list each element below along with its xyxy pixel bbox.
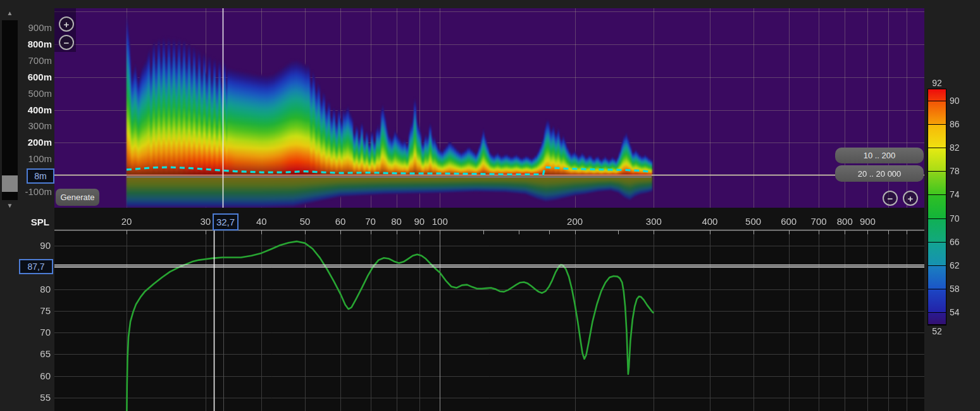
- spl-axis-title: SPL: [13, 217, 49, 227]
- colorbar-segment: [928, 148, 946, 172]
- colorbar-tick-label: 54: [950, 307, 960, 318]
- spl-axis-label: 65: [15, 348, 51, 360]
- colorbar-segment: [928, 195, 946, 218]
- hzoom-out-button[interactable]: −: [883, 191, 898, 206]
- colorbar-tick-label: 82: [950, 142, 960, 153]
- zoom-out-button[interactable]: −: [59, 35, 74, 50]
- colorbar-tick-label: 78: [950, 165, 960, 177]
- colorbar-segment: [928, 125, 946, 148]
- frequency-axis-label: 300: [635, 215, 673, 228]
- plots-canvas[interactable]: [0, 0, 980, 411]
- spl-axis-label: 55: [15, 391, 51, 404]
- zoom-in-button[interactable]: +: [59, 16, 74, 32]
- frequency-axis-label: 200: [556, 215, 594, 228]
- scrollbar-thumb[interactable]: [2, 175, 18, 192]
- spl-axis-label: 75: [15, 305, 51, 317]
- spectrogram-analyzer-window: ▲ ▼ 900m800m700m600m500m400m300m200m100m…: [0, 0, 980, 411]
- scroll-up-icon[interactable]: ▲: [1, 9, 18, 18]
- frequency-axis-label: 20: [108, 215, 146, 228]
- frequency-axis-label: 100: [421, 215, 459, 228]
- spl-axis-label: 80: [15, 283, 51, 296]
- generate-button[interactable]: Generate: [56, 189, 99, 206]
- colorbar-segment: [928, 101, 946, 125]
- colorbar-tick-label: 74: [950, 189, 960, 200]
- time-range-button[interactable]: 10 .. 200: [835, 148, 924, 163]
- frequency-axis-label: 50: [286, 215, 324, 228]
- minus-icon: −: [888, 194, 893, 203]
- frequency-axis-label: 900: [848, 215, 886, 228]
- minus-icon: −: [64, 38, 70, 47]
- colorbar-tick-label: 52: [927, 326, 946, 337]
- plus-icon: +: [908, 194, 914, 203]
- frequency-axis-label: 500: [735, 215, 772, 228]
- colorbar-segment: [928, 243, 946, 266]
- colorbar-tick-label: 66: [950, 236, 960, 248]
- spl-axis-label: 70: [15, 326, 51, 339]
- colorbar-segment: [928, 219, 946, 243]
- colorbar-tick-label: 62: [950, 260, 960, 271]
- colorbar-segment: [928, 266, 946, 289]
- colorbar-tick-label: 92: [927, 77, 946, 89]
- freq-range-button[interactable]: 20 .. 20 000: [835, 165, 924, 182]
- colorbar-segment: [928, 172, 946, 195]
- vertical-scrollbar[interactable]: ▲ ▼: [1, 8, 18, 212]
- colorbar-tick-label: 58: [950, 283, 960, 294]
- time-cursor-readout: 8m: [27, 168, 54, 184]
- colorbar-tick-label: 90: [950, 95, 960, 106]
- spl-colorbar: [927, 89, 946, 326]
- spl-axis-label: 90: [15, 239, 51, 252]
- spl-axis-label: 60: [15, 370, 51, 383]
- colorbar-tick-label: 86: [950, 118, 960, 130]
- freq-cursor-readout: 32,7: [213, 213, 239, 231]
- spl-cursor-readout: 87,7: [19, 259, 53, 274]
- frequency-axis-label: 400: [691, 215, 729, 228]
- scrollbar-track[interactable]: [2, 20, 18, 200]
- plus-icon: +: [64, 20, 70, 29]
- colorbar-segment: [928, 89, 946, 101]
- hzoom-in-button[interactable]: +: [903, 191, 918, 206]
- colorbar-segment: [928, 289, 946, 313]
- colorbar-tick-label: 70: [950, 213, 960, 224]
- colorbar-segment: [928, 313, 946, 325]
- scroll-down-icon[interactable]: ▼: [1, 201, 18, 210]
- frequency-axis-label: 40: [242, 215, 280, 228]
